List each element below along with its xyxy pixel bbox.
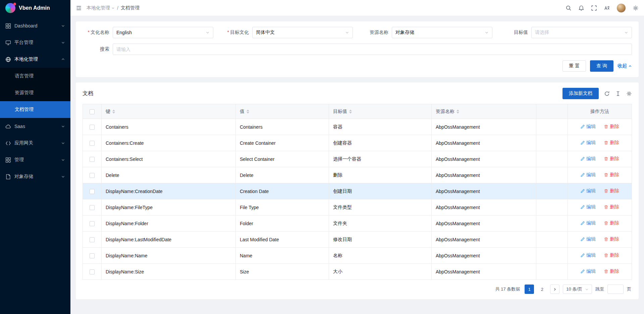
- edit-button[interactable]: 编辑: [580, 172, 596, 178]
- chevron-down-icon: [111, 6, 115, 10]
- delete-button[interactable]: 删除: [604, 252, 619, 258]
- delete-button[interactable]: 删除: [604, 204, 619, 210]
- page-button-1[interactable]: 1: [525, 285, 534, 294]
- edit-button[interactable]: 编辑: [580, 236, 596, 242]
- column-header-value[interactable]: 值: [236, 104, 329, 119]
- settings-gear-icon[interactable]: [633, 5, 639, 11]
- field-label: *目标文化: [222, 29, 252, 36]
- sidebar-item-label: 文档管理: [15, 107, 65, 113]
- breadcrumb-parent[interactable]: 本地化管理: [87, 5, 115, 11]
- reset-button[interactable]: 重 置: [562, 60, 586, 72]
- cell-target-value: 名称: [329, 248, 432, 264]
- user-avatar[interactable]: [616, 3, 626, 13]
- cell-resource-name: AbpOssManagement: [432, 151, 536, 167]
- sidebar-item-platform-management[interactable]: 平台管理: [0, 34, 70, 51]
- row-checkbox[interactable]: [90, 157, 95, 162]
- edit-button[interactable]: 编辑: [580, 156, 596, 162]
- delete-button[interactable]: 删除: [604, 268, 619, 274]
- cell-resource-name: AbpOssManagement: [432, 215, 536, 232]
- search-input[interactable]: [113, 44, 632, 55]
- row-height-icon[interactable]: [615, 91, 621, 97]
- edit-button[interactable]: 编辑: [580, 188, 596, 194]
- sort-icon[interactable]: [349, 110, 352, 114]
- sort-icon[interactable]: [112, 110, 115, 114]
- sidebar-item-saas[interactable]: Saas: [0, 118, 70, 135]
- delete-button[interactable]: 删除: [604, 124, 619, 130]
- delete-button[interactable]: 删除: [604, 188, 619, 194]
- sidebar-item-dashboard[interactable]: Dashboard: [0, 17, 70, 34]
- culture-name-select[interactable]: English: [113, 27, 213, 38]
- row-checkbox[interactable]: [90, 253, 95, 258]
- column-settings-gear-icon[interactable]: [626, 91, 632, 97]
- breadcrumb: 本地化管理 / 文档管理: [87, 5, 140, 11]
- column-header-resource-name[interactable]: 资源名称: [432, 104, 536, 119]
- row-checkbox[interactable]: [90, 205, 95, 210]
- sidebar-item-language-management[interactable]: 语言管理: [0, 68, 70, 84]
- chevron-down-icon: [61, 24, 65, 28]
- target-value-select[interactable]: 请选择: [531, 27, 632, 38]
- pencil-icon: [580, 156, 585, 161]
- app-title: Vben Admin: [19, 5, 50, 11]
- bell-icon[interactable]: [578, 5, 584, 11]
- sidebar-item-app-gateway[interactable]: 应用网关: [0, 135, 70, 151]
- edit-button[interactable]: 编辑: [580, 220, 596, 226]
- sidebar-item-resource-management[interactable]: 资源管理: [0, 84, 70, 101]
- target-culture-select[interactable]: 简体中文: [252, 27, 353, 38]
- edit-button[interactable]: 编辑: [580, 252, 596, 258]
- chevron-down-icon: [61, 158, 65, 162]
- delete-button[interactable]: 删除: [604, 140, 619, 146]
- translate-icon[interactable]: [604, 5, 610, 11]
- row-checkbox[interactable]: [90, 237, 95, 242]
- resource-name-select[interactable]: 对象存储: [392, 27, 492, 38]
- row-checkbox[interactable]: [90, 189, 95, 194]
- page-size-value: 10 条/页: [566, 286, 582, 292]
- sort-icon[interactable]: [457, 110, 459, 114]
- row-checkbox[interactable]: [90, 125, 95, 130]
- delete-label: 删除: [610, 188, 619, 194]
- select-value: 对象存储: [395, 29, 414, 36]
- query-button[interactable]: 查 询: [590, 60, 613, 72]
- delete-button[interactable]: 删除: [604, 172, 619, 178]
- page-button-2[interactable]: 2: [537, 285, 547, 294]
- delete-button[interactable]: 删除: [604, 156, 619, 162]
- sidebar-item-label: 管理: [14, 157, 61, 163]
- column-header-target-value[interactable]: 目标值: [329, 104, 432, 119]
- column-header-key[interactable]: 键: [102, 104, 236, 119]
- refresh-icon[interactable]: [604, 91, 610, 97]
- edit-button[interactable]: 编辑: [580, 124, 596, 130]
- row-checkbox[interactable]: [90, 141, 95, 146]
- sidebar-item-object-storage[interactable]: 对象存储: [0, 168, 70, 185]
- cell-value: Last Modified Date: [236, 232, 329, 248]
- edit-button[interactable]: 编辑: [580, 204, 596, 210]
- table-row: DisplayName:Folder Folder 文件夹 AbpOssMana…: [83, 215, 632, 232]
- select-all-checkbox[interactable]: [90, 109, 95, 114]
- sidebar-item-label: 对象存储: [14, 174, 61, 180]
- collapse-toggle[interactable]: 收起: [618, 63, 632, 69]
- trash-icon: [604, 205, 608, 209]
- row-checkbox[interactable]: [90, 269, 95, 274]
- breadcrumb-separator: /: [117, 5, 118, 11]
- jump-page-input[interactable]: [607, 285, 624, 294]
- trash-icon: [604, 253, 608, 258]
- app-logo[interactable]: Vben Admin: [0, 0, 70, 16]
- delete-button[interactable]: 删除: [604, 220, 619, 226]
- fullscreen-icon[interactable]: [591, 5, 597, 11]
- cell-key: DisplayName:CreationDate: [102, 183, 236, 199]
- cell-checkbox: [83, 151, 102, 167]
- sidebar-item-admin[interactable]: 管理: [0, 151, 70, 168]
- delete-button[interactable]: 删除: [604, 236, 619, 242]
- edit-button[interactable]: 编辑: [580, 268, 596, 274]
- cell-empty: [536, 183, 568, 199]
- sort-icon[interactable]: [247, 110, 249, 114]
- sidebar-item-localization-management[interactable]: 本地化管理: [0, 51, 70, 68]
- collapse-label: 收起: [618, 63, 627, 69]
- search-icon[interactable]: [566, 5, 572, 11]
- page-size-select[interactable]: 10 条/页: [563, 285, 592, 294]
- sidebar-item-document-management[interactable]: 文档管理: [0, 101, 70, 118]
- edit-button[interactable]: 编辑: [580, 140, 596, 146]
- row-checkbox[interactable]: [90, 221, 95, 226]
- add-document-button[interactable]: 添加新文档: [562, 88, 599, 99]
- menu-fold-icon[interactable]: [76, 5, 82, 11]
- row-checkbox[interactable]: [90, 173, 95, 178]
- next-page-button[interactable]: [550, 285, 559, 294]
